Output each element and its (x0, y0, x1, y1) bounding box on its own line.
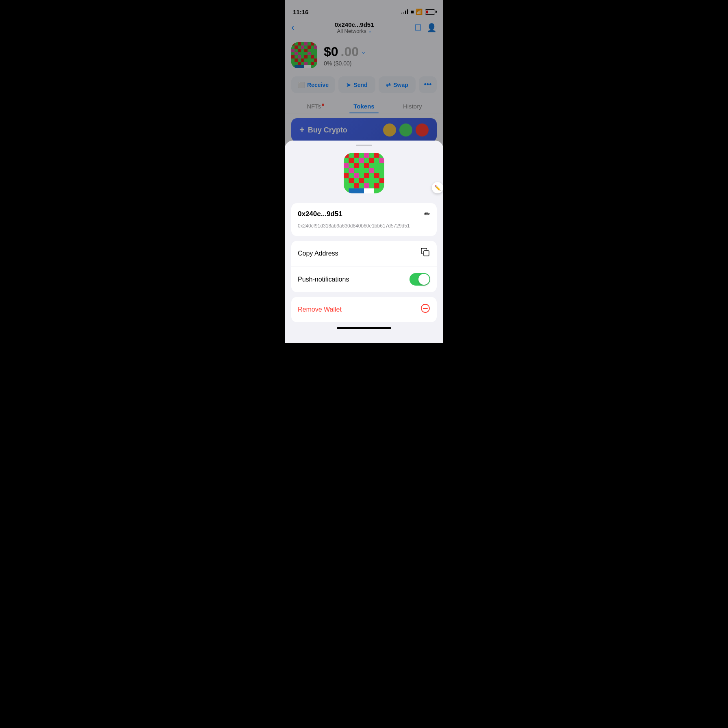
svg-rect-40 (369, 158, 375, 163)
svg-rect-55 (369, 178, 375, 184)
svg-rect-62 (354, 188, 359, 194)
address-row: 0x240c...9d51 ✏ (298, 210, 430, 219)
toggle-thumb (418, 274, 429, 285)
svg-rect-41 (379, 158, 385, 163)
svg-rect-63 (359, 188, 364, 194)
address-card: 0x240c...9d51 ✏ 0x240cf91d318ab9a630d840… (291, 203, 437, 236)
sheet-wallet-avatar (344, 153, 384, 193)
push-notifications-label: Push-notifications (298, 276, 349, 283)
svg-rect-35 (354, 153, 359, 158)
copy-icon (420, 247, 430, 260)
sheet-wallet-icon-container: ✏️ (285, 153, 443, 193)
home-indicator (337, 327, 391, 329)
copy-address-row[interactable]: Copy Address (291, 241, 437, 266)
svg-rect-49 (344, 173, 349, 178)
svg-rect-59 (364, 183, 369, 188)
svg-rect-48 (369, 168, 375, 173)
svg-rect-50 (354, 173, 359, 178)
svg-rect-53 (349, 178, 354, 184)
svg-rect-65 (369, 188, 375, 194)
edit-address-button[interactable]: ✏ (424, 210, 430, 219)
svg-rect-46 (349, 168, 354, 173)
svg-rect-52 (374, 173, 379, 178)
svg-rect-39 (359, 158, 364, 163)
options-card: Copy Address Push-notifications (291, 241, 437, 292)
svg-rect-57 (344, 183, 349, 188)
svg-rect-43 (354, 163, 359, 168)
remove-wallet-label: Remove Wallet (298, 306, 342, 313)
svg-rect-42 (344, 163, 349, 168)
svg-rect-58 (354, 183, 359, 188)
push-notifications-row: Push-notifications (291, 266, 437, 292)
svg-rect-44 (364, 163, 369, 168)
svg-rect-51 (364, 173, 369, 178)
svg-rect-37 (374, 153, 379, 158)
svg-rect-66 (424, 251, 429, 256)
svg-rect-45 (374, 163, 379, 168)
bottom-sheet: ✏️ 0x240c...9d51 ✏ 0x240cf91d318ab9a630d… (285, 141, 443, 343)
remove-wallet-card: Remove Wallet (291, 297, 437, 322)
push-notifications-toggle[interactable] (410, 273, 430, 286)
svg-rect-36 (364, 153, 369, 158)
address-full: 0x240cf91d318ab9a630d840b60e1bb617d5729d… (298, 223, 430, 230)
svg-rect-38 (349, 158, 354, 163)
svg-rect-56 (379, 178, 385, 184)
remove-wallet-row[interactable]: Remove Wallet (291, 297, 437, 322)
remove-icon (420, 303, 430, 316)
svg-rect-64 (364, 188, 369, 194)
copy-address-label: Copy Address (298, 250, 338, 257)
svg-rect-34 (344, 153, 349, 158)
sheet-handle (356, 145, 372, 146)
address-short: 0x240c...9d51 (298, 210, 342, 218)
svg-rect-61 (349, 188, 354, 194)
svg-rect-47 (359, 168, 364, 173)
svg-rect-60 (374, 183, 379, 188)
edit-avatar-button[interactable]: ✏️ (432, 182, 443, 193)
svg-rect-54 (359, 178, 364, 184)
